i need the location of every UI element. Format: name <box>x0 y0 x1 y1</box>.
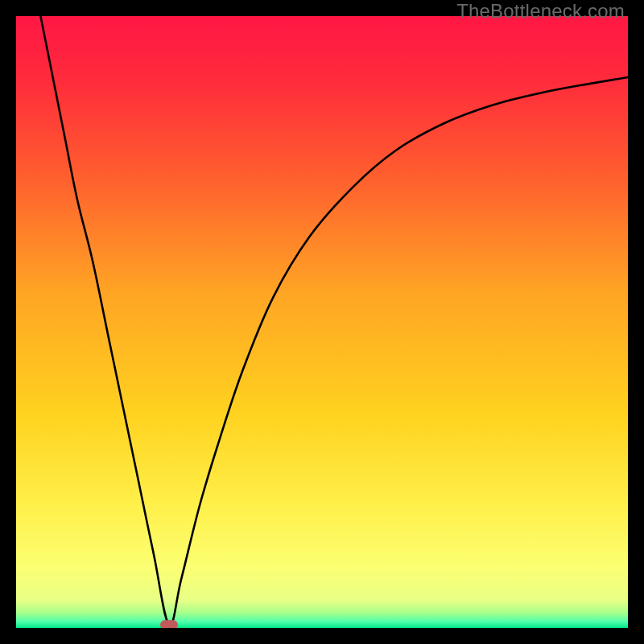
chart-frame <box>16 16 628 628</box>
watermark-text: TheBottleneck.com <box>456 0 625 23</box>
minimum-marker <box>160 620 178 628</box>
chart-background <box>16 16 628 628</box>
chart-svg <box>16 16 628 628</box>
